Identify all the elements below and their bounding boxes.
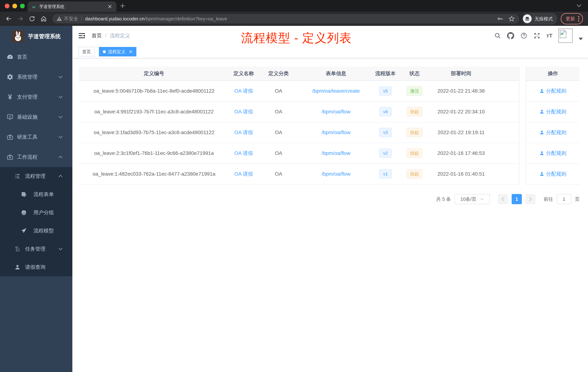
tag-home[interactable]: 首页 [79,47,94,56]
person-icon [539,89,544,93]
back-button[interactable] [4,14,13,23]
sidebar-item-label: 系统管理 [17,74,37,80]
definition-table: 定义编号 定义名称 定义分类 表单信息 流程版本 状态 部署时间 oa_leav… [79,67,580,185]
document-edit-icon [21,191,27,197]
person-icon [539,109,544,114]
table-row: oa_leave:3:1fad3d93-7b75-11ec-a3c8-acde4… [79,122,519,143]
sidebar-item-process-form[interactable]: 流程表单 [0,185,72,203]
current-page-button[interactable]: 1 [512,194,522,204]
github-icon[interactable] [507,32,514,39]
annotation-title: 流程模型 - 定义列表 [241,30,352,46]
home-button[interactable] [39,14,48,23]
sidebar-item-payment[interactable]: ¥ 支付管理 [0,87,72,107]
sidebar-item-workflow[interactable]: 工作流程 [0,147,72,167]
tag-process-definition[interactable]: 流程定义 [99,47,136,56]
breadcrumb-home[interactable]: 首页 [92,32,102,39]
page-size-select[interactable]: 10条/页 [454,194,490,204]
font-size-icon[interactable]: тT [546,33,552,39]
password-key-icon[interactable] [497,15,503,22]
sidebar-item-home[interactable]: 首页 [0,47,72,67]
update-label[interactable]: 更新 [566,16,575,22]
assign-rule-button[interactable]: 分配规则 [526,129,580,136]
browser-tab-strip: 芋道管理系统 [0,0,588,12]
bookmark-star-icon[interactable] [508,15,515,22]
dashboard-icon [7,54,13,60]
avatar[interactable] [558,28,573,43]
sidebar-item-dev-tools[interactable]: 研发工具 [0,127,72,147]
deploy-time: 2022-01-22 21:48:38 [431,88,491,94]
url-host: dashboard.yudao.iocoder.cn [85,16,145,22]
fullscreen-icon[interactable] [533,32,541,39]
not-secure-warning-icon[interactable] [57,16,62,21]
definition-name-link[interactable]: OA 请假 [234,150,253,156]
zoom-window-button[interactable] [20,4,25,8]
close-window-button[interactable] [5,4,10,8]
definition-category: OA [258,88,299,94]
sidebar-item-user-group[interactable]: 用户分组 [0,203,72,222]
search-icon[interactable] [494,32,501,39]
sidebar-item-process-model[interactable]: 流程模型 [0,222,72,240]
chevron-up-icon [58,156,63,159]
broken-image-icon [560,30,567,38]
sidebar-item-label: 基础设施 [17,114,37,120]
tab-close-icon[interactable] [107,4,113,10]
prev-page-button[interactable] [498,194,508,204]
definition-name-link[interactable]: OA 请假 [234,88,253,94]
goto-page-input[interactable] [557,194,571,204]
flow-tree-icon [15,246,20,252]
briefcase-icon [7,153,13,161]
definition-name-link[interactable]: OA 请假 [234,171,253,177]
definition-name-link[interactable]: OA 请假 [234,130,253,135]
assign-rule-button[interactable]: 分配规则 [526,88,580,94]
form-link[interactable]: /bpm/oa/flow [322,150,351,156]
sidebar-item-process-management[interactable]: 流程管理 [0,167,72,185]
chevron-down-icon [58,96,63,98]
avatar-caret-icon[interactable] [578,38,583,40]
column-header-status: 状态 [398,70,431,77]
reload-button[interactable] [27,14,37,23]
definition-name-link[interactable]: OA 请假 [234,109,253,114]
tag-close-icon[interactable] [129,50,132,53]
active-dot [103,50,106,53]
goto-label: 前往 [544,196,553,202]
browser-update-button[interactable]: 更新 [561,13,583,24]
form-link[interactable]: /bpm/oa/leave/create [312,88,360,94]
sidebar-toggle-icon[interactable] [78,32,86,39]
security-label[interactable]: 不安全 [64,16,78,22]
assign-rule-button[interactable]: 分配规则 [526,108,580,115]
sidebar-item-task-management[interactable]: 任务管理 [0,240,72,258]
deploy-time: 2022-01-22 19:19:11 [431,130,491,135]
page-size-value: 10条/页 [460,196,476,202]
status-badge: 挂起 [407,169,422,179]
forward-button[interactable] [16,14,25,23]
form-link[interactable]: /bpm/oa/flow [322,130,351,135]
form-link[interactable]: /bpm/oa/flow [322,109,351,114]
address-bar[interactable]: 不安全 dashboard.yudao.iocoder.cn /bpm/mana… [52,14,519,23]
form-link[interactable]: /bpm/oa/flow [322,171,351,177]
logo-rabbit-image [12,30,24,42]
table-row: oa_leave:2:3c1f0ef1-76b1-11ec-9c66-a2380… [79,143,519,164]
next-page-button[interactable] [525,194,536,204]
browser-tab[interactable]: 芋道管理系统 [28,1,116,12]
browser-menu-dots-icon[interactable] [578,16,579,22]
sidebar-item-system[interactable]: 系统管理 [0,67,72,87]
column-header-name: 定义名称 [229,70,258,77]
sidebar-logo[interactable]: 芋道管理系统 [0,26,72,47]
help-question-icon[interactable] [520,32,527,39]
column-header-deploy-time: 部署时间 [431,70,491,77]
sidebar-item-infrastructure[interactable]: 基础设施 [0,107,72,127]
status-badge: 挂起 [407,107,422,117]
tab-search-chevron-icon[interactable] [576,4,581,7]
incognito-label: 无痕模式 [535,16,553,22]
incognito-icon [523,14,532,23]
assign-rule-button[interactable]: 分配规则 [526,150,580,157]
new-tab-button[interactable] [119,2,126,9]
person-icon [15,264,20,270]
page-unit-label: 页 [575,196,580,202]
minimize-window-button[interactable] [12,4,17,8]
tab-title: 芋道管理系统 [39,4,107,10]
sidebar-item-leave-query[interactable]: 请假查询 [0,258,72,276]
sidebar-item-label: 请假查询 [25,264,45,271]
paper-plane-icon [21,228,27,234]
assign-rule-button[interactable]: 分配规则 [526,171,580,177]
